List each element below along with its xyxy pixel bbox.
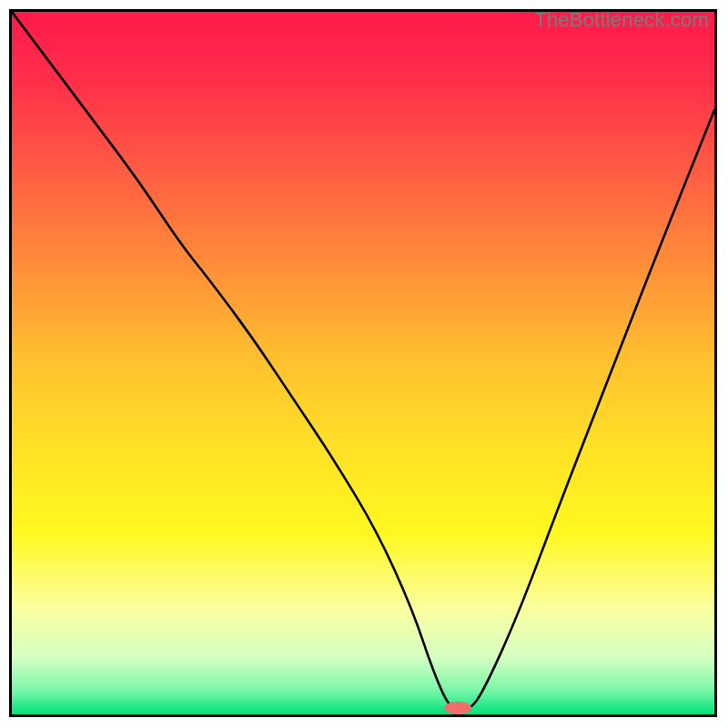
chart-frame: TheBottleneck.com xyxy=(9,9,717,717)
watermark-label: TheBottleneck.com xyxy=(534,8,709,32)
chart-svg xyxy=(12,12,714,714)
plot-area xyxy=(12,12,714,714)
gradient-background xyxy=(12,12,714,714)
optimal-point-marker xyxy=(444,702,471,714)
